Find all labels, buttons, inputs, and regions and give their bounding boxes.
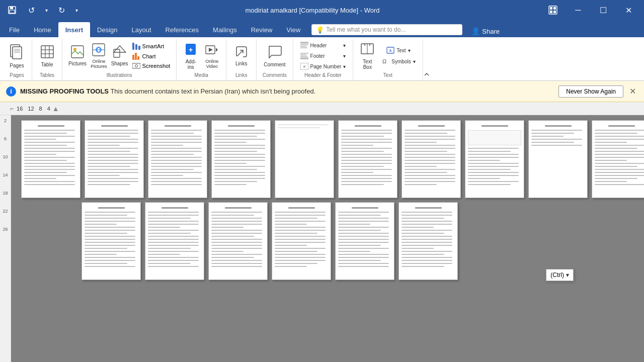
screenshot-button[interactable]: Screenshot: [130, 62, 173, 70]
pl: [341, 181, 392, 182]
pl: [341, 163, 392, 164]
ctrl-popup[interactable]: (Ctrl) ▾: [546, 269, 574, 281]
close-button[interactable]: ✕: [617, 0, 640, 20]
page-thumb-5[interactable]: [275, 120, 334, 198]
tab-insert[interactable]: Insert: [58, 22, 90, 37]
tab-references[interactable]: References: [158, 22, 206, 37]
tab-design[interactable]: Design: [90, 22, 124, 37]
tab-review[interactable]: Review: [244, 22, 280, 37]
symbols-dropdown[interactable]: ▾: [413, 59, 416, 64]
pl: [401, 236, 452, 237]
page-thumb-12[interactable]: [82, 202, 141, 280]
pictures-button[interactable]: Pictures: [66, 44, 89, 67]
tab-file[interactable]: File: [2, 22, 27, 37]
minimize-button[interactable]: ─: [567, 0, 590, 20]
pl: [531, 130, 582, 131]
shapes-button[interactable]: Shapes: [109, 44, 130, 67]
pl: [595, 154, 644, 155]
page-thumb-13[interactable]: [145, 202, 204, 280]
tell-me-input[interactable]: 💡 Tell me what you want to do...: [311, 24, 462, 35]
header-button[interactable]: Header ▾: [297, 40, 349, 50]
undo-dropdown[interactable]: ▾: [39, 3, 53, 17]
pl: [275, 218, 317, 219]
footer-dropdown[interactable]: ▾: [343, 53, 346, 59]
group-text: TextBox A Text ▾ Ω Symbols ▾ Text: [353, 39, 423, 80]
page-thumb-15[interactable]: [272, 202, 331, 280]
svg-rect-47: [300, 57, 308, 59]
maximize-button[interactable]: ☐: [592, 0, 615, 20]
links-items: Links: [231, 40, 252, 71]
online-pictures-button[interactable]: OnlinePictures: [89, 42, 109, 70]
page-thumb-14[interactable]: [208, 202, 268, 280]
addins-button[interactable]: + Add-ins: [181, 41, 201, 71]
ruler-26: 26: [3, 225, 8, 234]
page-thumb-4[interactable]: [211, 120, 271, 198]
pl: [24, 145, 67, 146]
page-thumb-6[interactable]: [338, 120, 397, 198]
page-thumb-17[interactable]: [398, 202, 458, 280]
table-button[interactable]: Table: [37, 43, 57, 69]
pl: [211, 221, 262, 222]
svg-marker-37: [216, 48, 218, 52]
textbox-button[interactable]: TextBox: [357, 40, 377, 71]
text-button[interactable]: A Text ▾: [378, 45, 418, 55]
page-thumb-1[interactable]: [21, 120, 80, 198]
save-button[interactable]: [4, 2, 20, 18]
text-dropdown[interactable]: ▾: [408, 48, 411, 53]
comment-button[interactable]: Comment: [261, 43, 288, 69]
pl: [85, 212, 135, 213]
ruler-blank2: [5, 143, 6, 152]
comments-group-label: Comments: [263, 71, 287, 79]
links-button[interactable]: Links: [231, 44, 252, 68]
tab-mailings[interactable]: Mailings: [206, 22, 244, 37]
template-icon[interactable]: [541, 0, 565, 20]
page-thumb-7[interactable]: [401, 120, 461, 198]
symbols-button[interactable]: Ω Symbols ▾: [378, 56, 418, 66]
ruler-blank3: [5, 161, 6, 170]
page-thumb-16[interactable]: [335, 202, 394, 280]
pl: [88, 154, 138, 155]
chart-button[interactable]: Chart: [130, 52, 173, 61]
tab-layout[interactable]: Layout: [125, 22, 158, 37]
page-thumb-3[interactable]: [148, 120, 207, 198]
tab-home[interactable]: Home: [27, 22, 58, 37]
pl: [595, 181, 627, 182]
share-button[interactable]: 👤 Share: [466, 25, 505, 37]
never-show-again-button[interactable]: Never Show Again: [558, 85, 623, 98]
pl: [418, 125, 445, 127]
page-thumb-2[interactable]: [85, 120, 144, 198]
title-bar-left: ↺ ▾ ↻ ▾: [4, 2, 84, 18]
ruler-18: 18: [3, 189, 8, 198]
pl: [595, 136, 644, 137]
page-thumb-8[interactable]: [465, 120, 524, 198]
footer-button[interactable]: Footer ▾: [297, 51, 349, 61]
ruler-14: 14: [3, 170, 8, 179]
pl: [151, 151, 202, 152]
page-row-1: تحقیق آنلاین Tahghighonline.ir مرجع دانل…: [21, 120, 634, 198]
pl: [211, 230, 262, 231]
page-thumb-9[interactable]: [528, 120, 588, 198]
svg-rect-30: [135, 53, 137, 60]
tab-view[interactable]: View: [279, 22, 307, 37]
pl: [85, 242, 135, 243]
pl: [468, 172, 519, 173]
pl: [401, 245, 452, 246]
pl: [24, 136, 75, 137]
redo-button[interactable]: ↻: [54, 3, 68, 17]
online-video-button[interactable]: OnlineVideo: [202, 42, 222, 70]
header-dropdown[interactable]: ▾: [343, 43, 346, 48]
smartart-button[interactable]: SmartArt: [130, 42, 173, 51]
pages-button[interactable]: Pages: [7, 42, 27, 70]
page-number-button[interactable]: # Page Number ▾: [297, 61, 349, 71]
ctrl-arrow[interactable]: ▾: [566, 272, 569, 279]
collapse-ribbon-button[interactable]: [423, 39, 430, 80]
undo-button[interactable]: ↺: [24, 3, 38, 17]
pictures-label: Pictures: [68, 61, 87, 66]
svg-rect-5: [550, 11, 552, 13]
notification-close[interactable]: ✕: [627, 86, 638, 96]
pl: [151, 175, 183, 176]
page-thumb-10[interactable]: [592, 120, 644, 198]
page-number-dropdown[interactable]: ▾: [343, 64, 346, 69]
quick-access-dropdown[interactable]: ▾: [69, 3, 84, 17]
pl: [211, 251, 244, 252]
